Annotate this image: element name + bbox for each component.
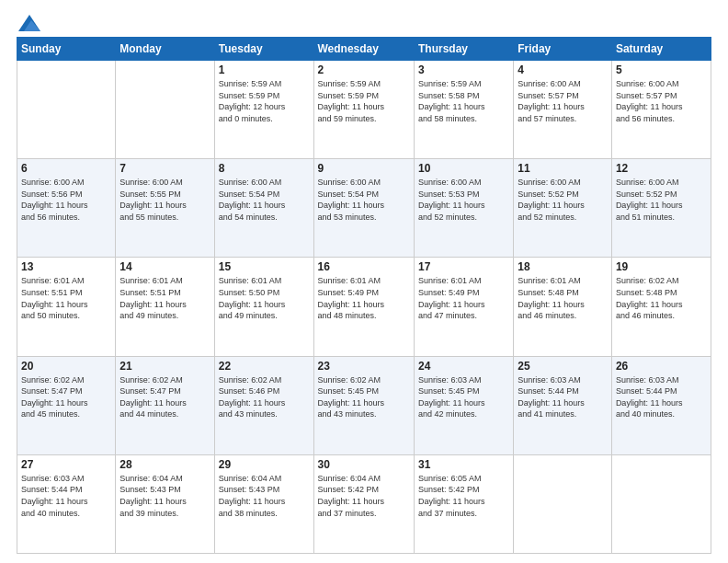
day-info: Sunrise: 6:00 AMSunset: 5:53 PMDaylight:… xyxy=(418,177,509,223)
day-number: 23 xyxy=(318,360,410,373)
day-cell: 7Sunrise: 6:00 AMSunset: 5:55 PMDaylight… xyxy=(116,159,214,258)
day-info: Sunrise: 6:03 AMSunset: 5:44 PMDaylight:… xyxy=(616,374,707,420)
day-info: Sunrise: 6:01 AMSunset: 5:48 PMDaylight:… xyxy=(518,275,608,321)
day-number: 4 xyxy=(518,63,608,76)
day-info: Sunrise: 6:00 AMSunset: 5:54 PMDaylight:… xyxy=(318,177,410,223)
header-row: SundayMondayTuesdayWednesdayThursdayFrid… xyxy=(17,38,711,61)
day-cell: 15Sunrise: 6:01 AMSunset: 5:50 PMDayligh… xyxy=(214,258,313,356)
day-info: Sunrise: 6:00 AMSunset: 5:57 PMDaylight:… xyxy=(518,78,608,124)
day-info: Sunrise: 5:59 AMSunset: 5:59 PMDaylight:… xyxy=(318,78,410,124)
day-info: Sunrise: 6:02 AMSunset: 5:47 PMDaylight:… xyxy=(119,374,210,420)
day-cell: 14Sunrise: 6:01 AMSunset: 5:51 PMDayligh… xyxy=(116,258,214,356)
day-info: Sunrise: 6:03 AMSunset: 5:45 PMDaylight:… xyxy=(418,374,509,420)
day-number: 18 xyxy=(518,260,608,273)
day-cell xyxy=(611,454,711,553)
day-info: Sunrise: 5:59 AMSunset: 5:59 PMDaylight:… xyxy=(219,78,310,124)
day-number: 5 xyxy=(616,63,707,76)
day-info: Sunrise: 6:02 AMSunset: 5:45 PMDaylight:… xyxy=(318,374,410,420)
day-info: Sunrise: 6:01 AMSunset: 5:49 PMDaylight:… xyxy=(418,275,509,321)
calendar-table: SundayMondayTuesdayWednesdayThursdayFrid… xyxy=(17,37,711,554)
day-info: Sunrise: 6:03 AMSunset: 5:44 PMDaylight:… xyxy=(21,473,111,519)
day-number: 8 xyxy=(219,162,310,175)
day-number: 19 xyxy=(616,260,707,273)
header-cell-friday: Friday xyxy=(514,38,612,61)
day-number: 14 xyxy=(119,260,210,273)
day-cell: 27Sunrise: 6:03 AMSunset: 5:44 PMDayligh… xyxy=(17,454,116,553)
day-number: 13 xyxy=(21,260,111,273)
day-cell: 18Sunrise: 6:01 AMSunset: 5:48 PMDayligh… xyxy=(514,258,612,356)
day-cell xyxy=(17,61,116,159)
day-cell: 6Sunrise: 6:00 AMSunset: 5:56 PMDaylight… xyxy=(17,159,116,258)
day-cell: 11Sunrise: 6:00 AMSunset: 5:52 PMDayligh… xyxy=(514,159,612,258)
day-info: Sunrise: 6:02 AMSunset: 5:48 PMDaylight:… xyxy=(616,275,707,321)
day-cell xyxy=(116,61,214,159)
day-cell: 21Sunrise: 6:02 AMSunset: 5:47 PMDayligh… xyxy=(116,356,214,454)
week-row-4: 20Sunrise: 6:02 AMSunset: 5:47 PMDayligh… xyxy=(17,356,711,454)
day-cell: 16Sunrise: 6:01 AMSunset: 5:49 PMDayligh… xyxy=(313,258,414,356)
week-row-5: 27Sunrise: 6:03 AMSunset: 5:44 PMDayligh… xyxy=(17,454,711,553)
day-cell: 26Sunrise: 6:03 AMSunset: 5:44 PMDayligh… xyxy=(611,356,711,454)
header-cell-thursday: Thursday xyxy=(414,38,513,61)
day-cell: 13Sunrise: 6:01 AMSunset: 5:51 PMDayligh… xyxy=(17,258,116,356)
day-info: Sunrise: 6:05 AMSunset: 5:42 PMDaylight:… xyxy=(418,473,509,519)
day-number: 24 xyxy=(418,360,509,373)
day-cell: 29Sunrise: 6:04 AMSunset: 5:43 PMDayligh… xyxy=(214,454,313,553)
day-number: 29 xyxy=(219,458,310,471)
day-info: Sunrise: 6:00 AMSunset: 5:54 PMDaylight:… xyxy=(219,177,310,223)
day-number: 16 xyxy=(318,260,410,273)
logo xyxy=(17,15,40,31)
week-row-1: 1Sunrise: 5:59 AMSunset: 5:59 PMDaylight… xyxy=(17,61,711,159)
day-number: 26 xyxy=(616,360,707,373)
header-cell-wednesday: Wednesday xyxy=(313,38,414,61)
day-cell: 1Sunrise: 5:59 AMSunset: 5:59 PMDaylight… xyxy=(214,61,313,159)
day-number: 17 xyxy=(418,260,509,273)
day-info: Sunrise: 6:04 AMSunset: 5:43 PMDaylight:… xyxy=(119,473,210,519)
day-info: Sunrise: 6:04 AMSunset: 5:43 PMDaylight:… xyxy=(219,473,310,519)
day-cell: 25Sunrise: 6:03 AMSunset: 5:44 PMDayligh… xyxy=(514,356,612,454)
day-number: 3 xyxy=(418,63,509,76)
day-number: 15 xyxy=(219,260,310,273)
day-cell: 30Sunrise: 6:04 AMSunset: 5:42 PMDayligh… xyxy=(313,454,414,553)
day-number: 30 xyxy=(318,458,410,471)
week-row-3: 13Sunrise: 6:01 AMSunset: 5:51 PMDayligh… xyxy=(17,258,711,356)
day-number: 11 xyxy=(518,162,608,175)
day-number: 6 xyxy=(21,162,111,175)
day-cell: 2Sunrise: 5:59 AMSunset: 5:59 PMDaylight… xyxy=(313,61,414,159)
calendar-body: 1Sunrise: 5:59 AMSunset: 5:59 PMDaylight… xyxy=(17,61,711,554)
day-cell: 17Sunrise: 6:01 AMSunset: 5:49 PMDayligh… xyxy=(414,258,513,356)
logo-icon xyxy=(18,15,40,31)
day-info: Sunrise: 6:03 AMSunset: 5:44 PMDaylight:… xyxy=(518,374,608,420)
day-info: Sunrise: 6:01 AMSunset: 5:50 PMDaylight:… xyxy=(219,275,310,321)
day-info: Sunrise: 6:00 AMSunset: 5:56 PMDaylight:… xyxy=(21,177,111,223)
day-info: Sunrise: 6:01 AMSunset: 5:51 PMDaylight:… xyxy=(21,275,111,321)
day-number: 28 xyxy=(119,458,210,471)
day-cell: 19Sunrise: 6:02 AMSunset: 5:48 PMDayligh… xyxy=(611,258,711,356)
day-info: Sunrise: 6:00 AMSunset: 5:55 PMDaylight:… xyxy=(119,177,210,223)
header-cell-tuesday: Tuesday xyxy=(214,38,313,61)
day-number: 10 xyxy=(418,162,509,175)
day-cell: 9Sunrise: 6:00 AMSunset: 5:54 PMDaylight… xyxy=(313,159,414,258)
day-info: Sunrise: 6:00 AMSunset: 5:52 PMDaylight:… xyxy=(518,177,608,223)
day-cell: 28Sunrise: 6:04 AMSunset: 5:43 PMDayligh… xyxy=(116,454,214,553)
day-number: 31 xyxy=(418,458,509,471)
day-info: Sunrise: 5:59 AMSunset: 5:58 PMDaylight:… xyxy=(418,78,509,124)
day-number: 27 xyxy=(21,458,111,471)
day-cell: 5Sunrise: 6:00 AMSunset: 5:57 PMDaylight… xyxy=(611,61,711,159)
day-info: Sunrise: 6:01 AMSunset: 5:51 PMDaylight:… xyxy=(119,275,210,321)
day-cell: 10Sunrise: 6:00 AMSunset: 5:53 PMDayligh… xyxy=(414,159,513,258)
day-cell: 20Sunrise: 6:02 AMSunset: 5:47 PMDayligh… xyxy=(17,356,116,454)
calendar-header: SundayMondayTuesdayWednesdayThursdayFrid… xyxy=(17,38,711,61)
header xyxy=(17,15,711,31)
day-number: 12 xyxy=(616,162,707,175)
day-number: 25 xyxy=(518,360,608,373)
day-cell: 23Sunrise: 6:02 AMSunset: 5:45 PMDayligh… xyxy=(313,356,414,454)
day-cell xyxy=(514,454,612,553)
day-number: 1 xyxy=(219,63,310,76)
day-info: Sunrise: 6:00 AMSunset: 5:52 PMDaylight:… xyxy=(616,177,707,223)
day-number: 21 xyxy=(119,360,210,373)
day-cell: 3Sunrise: 5:59 AMSunset: 5:58 PMDaylight… xyxy=(414,61,513,159)
day-info: Sunrise: 6:01 AMSunset: 5:49 PMDaylight:… xyxy=(318,275,410,321)
day-cell: 4Sunrise: 6:00 AMSunset: 5:57 PMDaylight… xyxy=(514,61,612,159)
day-number: 9 xyxy=(318,162,410,175)
calendar-page: SundayMondayTuesdayWednesdayThursdayFrid… xyxy=(0,0,728,563)
